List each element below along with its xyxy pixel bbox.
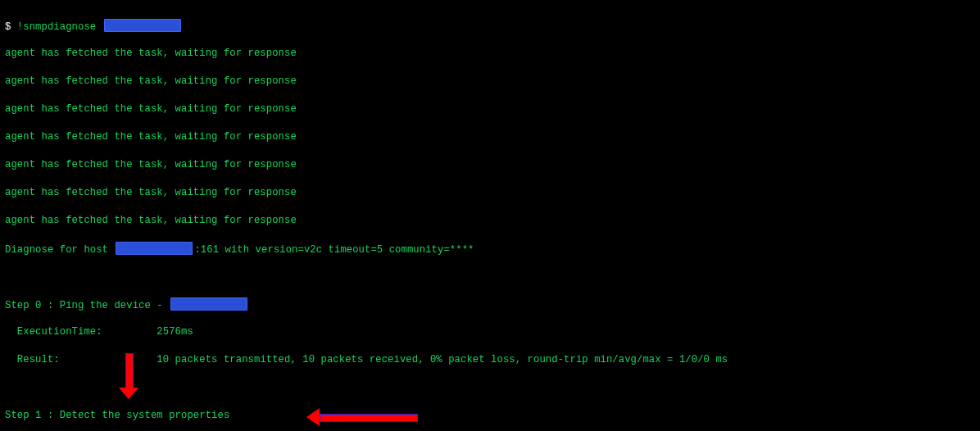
- label: ExecutionTime:: [5, 326, 157, 338]
- redacted-host: [104, 19, 181, 32]
- step1-title: Step 1 : Detect the system properties: [5, 409, 975, 423]
- annotation-arrow-down-icon: [120, 353, 137, 401]
- redacted-host: [170, 297, 247, 311]
- diagnose-line: Diagnose for host :161 with version=v2c …: [5, 242, 975, 256]
- terminal-output: $ !snmpdiagnose agent has fetched the ta…: [0, 0, 980, 431]
- command-text: !snmpdiagnose: [17, 21, 102, 33]
- prompt-symbol: $: [5, 21, 17, 33]
- status-line: agent has fetched the task, waiting for …: [5, 75, 975, 88]
- command-line: $ !snmpdiagnose: [5, 19, 975, 33]
- value: 10 packets transmitted, 10 packets recei…: [157, 354, 728, 365]
- result-line: Result: 10 packets transmitted, 10 packe…: [5, 353, 975, 367]
- value: 2576ms: [157, 326, 193, 338]
- status-line: agent has fetched the task, waiting for …: [5, 130, 975, 144]
- step0-text: Step 0 : Ping the device -: [5, 300, 169, 311]
- step0-title: Step 0 : Ping the device -: [5, 297, 975, 311]
- status-line: agent has fetched the task, waiting for …: [5, 214, 975, 228]
- diag-pre: Diagnose for host: [5, 244, 114, 256]
- status-line: agent has fetched the task, waiting for …: [5, 47, 975, 61]
- status-line: agent has fetched the task, waiting for …: [5, 158, 975, 172]
- exec-time-line: ExecutionTime: 2576ms: [5, 325, 975, 339]
- redacted-host: [116, 242, 193, 255]
- diag-post: :161 with version=v2c timeout=5 communit…: [194, 244, 474, 256]
- status-line: agent has fetched the task, waiting for …: [5, 102, 975, 116]
- annotation-arrow-left-icon: [306, 410, 421, 424]
- status-line: agent has fetched the task, waiting for …: [5, 186, 975, 200]
